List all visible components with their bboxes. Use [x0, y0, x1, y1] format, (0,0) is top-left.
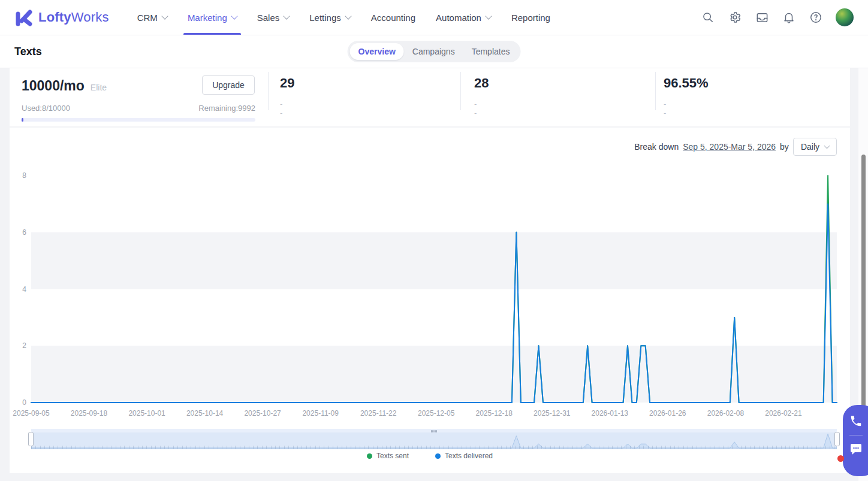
stat-sub: -- [664, 99, 667, 117]
svg-text:2025-12-05: 2025-12-05 [418, 409, 455, 418]
chevron-down-icon [284, 13, 290, 19]
divider [655, 72, 656, 110]
legend-item-texts-delivered[interactable]: Texts delivered [435, 452, 493, 460]
nav-item-sales[interactable]: Sales [247, 0, 300, 35]
svg-text:2025-10-01: 2025-10-01 [128, 409, 165, 418]
logo-text: LoftyWorks [38, 10, 109, 25]
svg-text:0: 0 [22, 398, 26, 407]
page-header: Texts Overview Campaigns Templates [0, 35, 868, 68]
stat-value: 28 [474, 75, 489, 91]
legend-dot-green [367, 453, 372, 459]
breakdown-controls: Break down Sep 5, 2025-Mar 5, 2026 by Da… [634, 138, 837, 156]
settings-gear-icon[interactable] [728, 10, 742, 25]
divider [460, 72, 461, 110]
svg-text:2025-10-27: 2025-10-27 [244, 409, 281, 418]
help-icon[interactable] [809, 10, 823, 25]
svg-text:2025-09-05: 2025-09-05 [13, 409, 50, 418]
loftyworks-logo[interactable]: LoftyWorks [14, 0, 109, 35]
legend-dot-blue [435, 453, 441, 459]
breakdown-by-label: by [780, 142, 789, 152]
divider [849, 435, 863, 435]
stat-value: 96.55% [664, 75, 709, 91]
svg-text:2026-01-26: 2026-01-26 [649, 409, 686, 418]
stat-value: 29 [280, 75, 294, 91]
nav-item-automation[interactable]: Automation [426, 0, 501, 35]
stat-sub: -- [280, 99, 283, 117]
date-range-link[interactable]: Sep 5, 2025-Mar 5, 2026 [683, 142, 776, 152]
brush-tick-marks [31, 446, 837, 449]
texts-line-chart: 024682025-09-052025-09-182025-10-012025-… [10, 128, 850, 429]
chart-brush[interactable] [31, 429, 837, 449]
svg-text:4: 4 [22, 285, 26, 294]
svg-text:2025-11-09: 2025-11-09 [302, 409, 339, 418]
stats-panel: 10000/moElite Upgrade Used:8/10000 Remai… [10, 68, 850, 126]
tab-group: Overview Campaigns Templates [348, 41, 521, 62]
nav-item-accounting[interactable]: Accounting [361, 0, 426, 35]
svg-text:2025-09-18: 2025-09-18 [71, 409, 108, 418]
notification-dot [837, 455, 844, 462]
svg-text:2025-10-14: 2025-10-14 [186, 409, 224, 418]
chevron-down-icon [161, 13, 168, 19]
chevron-down-icon [824, 143, 830, 149]
brush-handle-right[interactable] [834, 432, 840, 446]
phone-call-button[interactable] [848, 413, 864, 429]
chat-button[interactable] [848, 441, 864, 457]
quota-progress-fill [22, 118, 23, 122]
page-title: Texts [14, 46, 42, 58]
breakdown-label: Break down [634, 142, 679, 152]
chart-legend: Texts sent Texts delivered [10, 452, 850, 460]
plan-remaining-label: Remaining:9992 [198, 104, 255, 113]
chevron-down-icon [231, 13, 237, 19]
tab-campaigns[interactable]: Campaigns [404, 43, 463, 60]
brush-drag-grip[interactable] [431, 430, 437, 432]
svg-text:2: 2 [22, 341, 26, 350]
plan-used-label: Used:8/10000 [22, 104, 70, 113]
brush-handle-left[interactable] [28, 432, 34, 446]
tab-overview[interactable]: Overview [350, 43, 404, 60]
tab-templates[interactable]: Templates [463, 43, 519, 60]
divider [268, 72, 269, 110]
main-nav: CRM Marketing Sales Lettings Accounting … [127, 0, 560, 35]
nav-item-reporting[interactable]: Reporting [501, 0, 560, 35]
search-icon[interactable] [701, 10, 715, 25]
svg-text:8: 8 [22, 171, 26, 180]
svg-text:6: 6 [22, 228, 26, 237]
svg-text:2025-11-22: 2025-11-22 [360, 409, 397, 418]
svg-text:2025-12-18: 2025-12-18 [476, 409, 513, 418]
notifications-bell-icon[interactable] [782, 10, 796, 25]
loftyworks-logo-icon [14, 8, 34, 26]
stat-sub: -- [474, 99, 477, 117]
granularity-dropdown[interactable]: Daily [793, 138, 837, 156]
quota-progress-bar [22, 118, 255, 122]
svg-text:2025-12-31: 2025-12-31 [534, 409, 571, 418]
avatar[interactable] [836, 8, 854, 26]
svg-text:2026-01-13: 2026-01-13 [592, 409, 629, 418]
legend-item-texts-sent[interactable]: Texts sent [367, 452, 409, 460]
inbox-tray-icon[interactable] [755, 10, 769, 25]
svg-text:2026-02-21: 2026-02-21 [765, 409, 802, 418]
top-nav-bar: LoftyWorks CRM Marketing Sales Lettings … [0, 0, 868, 35]
upgrade-button[interactable]: Upgrade [202, 75, 255, 95]
chevron-down-icon [345, 13, 351, 19]
svg-text:2026-02-08: 2026-02-08 [707, 409, 745, 418]
chart-panel: Break down Sep 5, 2025-Mar 5, 2026 by Da… [10, 128, 850, 473]
plan-tier-badge: Elite [91, 83, 107, 92]
nav-item-crm[interactable]: CRM [127, 0, 177, 35]
plan-quota: 10000/moElite [22, 78, 107, 94]
nav-item-marketing[interactable]: Marketing [177, 0, 247, 35]
contact-floating-widget [843, 405, 868, 476]
nav-item-lettings[interactable]: Lettings [299, 0, 361, 35]
chevron-down-icon [485, 13, 492, 19]
